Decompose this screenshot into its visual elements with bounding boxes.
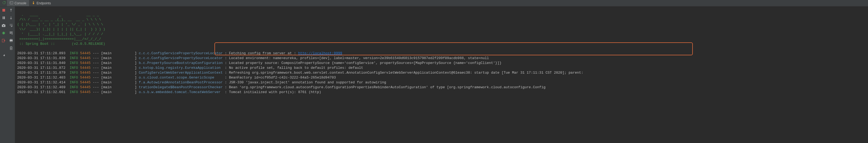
debug-button[interactable] [0,29,7,37]
pause-button[interactable] [0,14,7,22]
soft-wrap-button[interactable] [7,22,15,29]
trash-button[interactable] [7,44,15,52]
log-link[interactable]: http://localhost:9999 [298,51,342,55]
tab-endpoints[interactable]: Endpoints [29,0,54,6]
log-line: 2020-03-31 17:11:32.403 INFO 54445 --- [… [17,75,868,80]
svg-rect-3 [4,17,5,19]
svg-rect-9 [10,39,12,40]
svg-point-6 [3,25,4,26]
svg-rect-2 [3,17,3,19]
spacer [0,44,7,52]
pin-button[interactable] [0,52,7,59]
log-line: 2020-03-31 17:11:31.840 INFO 54445 --- [… [17,61,868,66]
down-button[interactable] [7,14,15,22]
log-line: 2020-03-31 17:11:31.839 INFO 54445 --- [… [17,56,868,61]
log-lines: 2020-03-31 17:11:28.893 INFO 54445 --- [… [17,51,868,94]
svg-rect-0 [10,1,13,4]
log-line: 2020-03-31 17:11:31.872 INFO 54445 --- [… [17,66,868,70]
rerun-button[interactable] [1,1,7,6]
console-icon [10,1,13,5]
svg-rect-5 [3,24,4,25]
log-line: 2020-03-31 17:11:32.661 INFO 54445 --- [… [17,90,868,95]
svg-point-1 [33,3,34,4]
console-output[interactable]: . ____ _ __ _ _ /\\ / ___'_ __ _ _(_)_ _… [15,6,868,143]
tab-console[interactable]: Console [7,0,29,6]
endpoints-icon [32,1,35,5]
stop-button[interactable] [0,6,7,14]
left-toolbar [0,6,15,143]
main-area: . ____ _ __ _ _ /\\ / ___'_ __ _ _(_)_ _… [0,6,868,143]
print-button[interactable] [7,37,15,44]
log-line: 2020-03-31 17:11:32.414 INFO 54445 --- [… [17,80,868,85]
log-line: 2020-03-31 17:11:28.893 INFO 54445 --- [… [17,51,868,56]
log-line: 2020-03-31 17:11:32.469 INFO 54445 --- [… [17,85,868,90]
tab-console-label: Console [14,1,26,5]
up-button[interactable] [7,6,15,14]
top-bar: Console Endpoints [0,0,868,6]
tab-endpoints-label: Endpoints [36,1,51,5]
camera-button[interactable] [0,22,7,29]
scroll-to-end-button[interactable] [7,29,15,37]
log-line: 2020-03-31 17:11:31.879 INFO 54445 --- [… [17,70,868,75]
exit-button[interactable] [0,37,7,44]
ascii-art: . ____ _ __ _ _ /\\ / ___'_ __ _ _(_)_ _… [17,13,105,46]
